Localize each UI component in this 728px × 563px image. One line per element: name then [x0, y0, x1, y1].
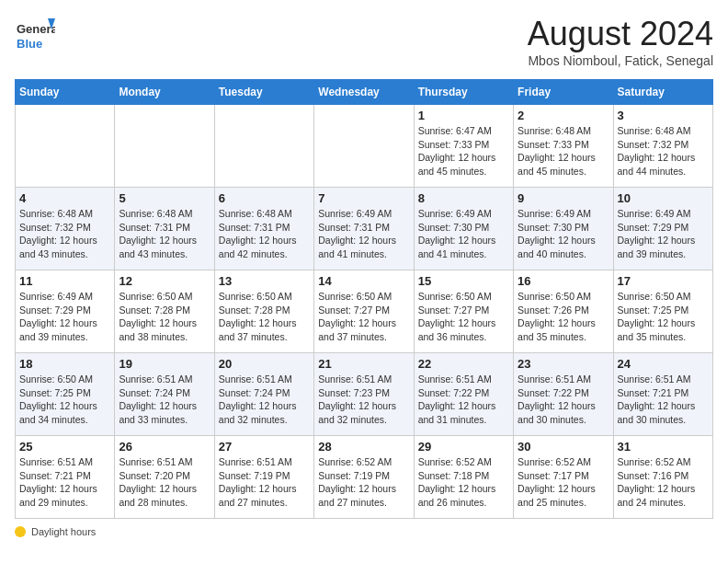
calendar-week-row: 1Sunrise: 6:47 AM Sunset: 7:33 PM Daylig…	[16, 105, 713, 188]
day-number: 29	[418, 440, 509, 454]
daylight-hours-label: Daylight hours	[31, 526, 96, 537]
day-number: 30	[518, 440, 609, 454]
day-info: Sunrise: 6:50 AM Sunset: 7:28 PM Dayligh…	[119, 290, 210, 344]
page-header: General Blue August 2024 Mbos Niomboul, …	[15, 15, 713, 68]
svg-text:Blue: Blue	[17, 37, 42, 51]
day-info: Sunrise: 6:48 AM Sunset: 7:32 PM Dayligh…	[618, 124, 709, 178]
day-info: Sunrise: 6:52 AM Sunset: 7:18 PM Dayligh…	[418, 455, 509, 510]
calendar-week-row: 4Sunrise: 6:48 AM Sunset: 7:32 PM Daylig…	[16, 188, 713, 270]
day-number: 24	[618, 357, 709, 371]
day-number: 12	[119, 274, 210, 288]
day-number: 21	[318, 357, 409, 371]
day-info: Sunrise: 6:47 AM Sunset: 7:33 PM Dayligh…	[418, 124, 509, 178]
calendar-cell: 7Sunrise: 6:49 AM Sunset: 7:31 PM Daylig…	[314, 188, 414, 270]
daylight-hours-note: Daylight hours	[15, 526, 713, 537]
day-info: Sunrise: 6:49 AM Sunset: 7:30 PM Dayligh…	[518, 207, 609, 261]
day-info: Sunrise: 6:51 AM Sunset: 7:21 PM Dayligh…	[618, 373, 709, 427]
calendar-cell: 4Sunrise: 6:48 AM Sunset: 7:32 PM Daylig…	[16, 188, 115, 270]
day-number: 9	[518, 191, 609, 205]
day-number: 15	[418, 274, 509, 288]
day-info: Sunrise: 6:51 AM Sunset: 7:24 PM Dayligh…	[119, 373, 210, 427]
day-number: 11	[19, 274, 110, 288]
calendar-cell: 17Sunrise: 6:50 AM Sunset: 7:25 PM Dayli…	[613, 270, 712, 353]
logo-svg: General Blue	[15, 15, 55, 55]
calendar-cell: 29Sunrise: 6:52 AM Sunset: 7:18 PM Dayli…	[414, 436, 513, 519]
day-info: Sunrise: 6:52 AM Sunset: 7:16 PM Dayligh…	[618, 455, 709, 510]
calendar-cell: 6Sunrise: 6:48 AM Sunset: 7:31 PM Daylig…	[214, 188, 313, 270]
column-header-wednesday: Wednesday	[314, 80, 414, 105]
calendar-cell: 10Sunrise: 6:49 AM Sunset: 7:29 PM Dayli…	[613, 188, 712, 270]
day-info: Sunrise: 6:51 AM Sunset: 7:20 PM Dayligh…	[119, 455, 210, 510]
location-label: Mbos Niomboul, Fatick, Senegal	[528, 53, 713, 68]
day-info: Sunrise: 6:52 AM Sunset: 7:17 PM Dayligh…	[518, 455, 609, 510]
day-number: 28	[318, 440, 409, 454]
day-info: Sunrise: 6:50 AM Sunset: 7:25 PM Dayligh…	[19, 373, 110, 427]
calendar-cell: 12Sunrise: 6:50 AM Sunset: 7:28 PM Dayli…	[115, 270, 214, 353]
logo: General Blue	[15, 15, 55, 55]
day-info: Sunrise: 6:50 AM Sunset: 7:25 PM Dayligh…	[618, 290, 709, 344]
calendar-cell: 15Sunrise: 6:50 AM Sunset: 7:27 PM Dayli…	[414, 270, 513, 353]
day-info: Sunrise: 6:51 AM Sunset: 7:21 PM Dayligh…	[19, 455, 110, 510]
day-number: 7	[318, 191, 409, 205]
day-info: Sunrise: 6:48 AM Sunset: 7:31 PM Dayligh…	[219, 207, 310, 261]
day-info: Sunrise: 6:51 AM Sunset: 7:22 PM Dayligh…	[418, 373, 509, 427]
day-info: Sunrise: 6:49 AM Sunset: 7:31 PM Dayligh…	[318, 207, 409, 261]
day-number: 31	[618, 440, 709, 454]
day-info: Sunrise: 6:50 AM Sunset: 7:26 PM Dayligh…	[518, 290, 609, 344]
day-number: 6	[219, 191, 310, 205]
calendar-table: SundayMondayTuesdayWednesdayThursdayFrid…	[15, 79, 713, 519]
day-info: Sunrise: 6:48 AM Sunset: 7:31 PM Dayligh…	[119, 207, 210, 261]
calendar-cell: 3Sunrise: 6:48 AM Sunset: 7:32 PM Daylig…	[613, 105, 712, 188]
day-info: Sunrise: 6:48 AM Sunset: 7:32 PM Dayligh…	[19, 207, 110, 261]
calendar-cell: 23Sunrise: 6:51 AM Sunset: 7:22 PM Dayli…	[514, 353, 613, 436]
day-number: 19	[119, 357, 210, 371]
day-number: 1	[418, 109, 509, 122]
day-number: 3	[618, 109, 709, 122]
calendar-cell: 30Sunrise: 6:52 AM Sunset: 7:17 PM Dayli…	[514, 436, 613, 519]
calendar-footer: Daylight hours	[15, 526, 713, 537]
calendar-cell: 8Sunrise: 6:49 AM Sunset: 7:30 PM Daylig…	[414, 188, 513, 270]
day-info: Sunrise: 6:51 AM Sunset: 7:22 PM Dayligh…	[518, 373, 609, 427]
day-number: 4	[19, 191, 110, 205]
day-number: 26	[119, 440, 210, 454]
day-number: 14	[318, 274, 409, 288]
day-number: 17	[618, 274, 709, 288]
calendar-cell: 2Sunrise: 6:48 AM Sunset: 7:33 PM Daylig…	[514, 105, 613, 188]
day-number: 22	[418, 357, 509, 371]
sun-icon	[15, 526, 26, 537]
column-header-saturday: Saturday	[613, 80, 712, 105]
calendar-cell	[115, 105, 214, 188]
column-header-monday: Monday	[115, 80, 214, 105]
calendar-cell: 1Sunrise: 6:47 AM Sunset: 7:33 PM Daylig…	[414, 105, 513, 188]
calendar-cell: 27Sunrise: 6:51 AM Sunset: 7:19 PM Dayli…	[214, 436, 313, 519]
calendar-week-row: 25Sunrise: 6:51 AM Sunset: 7:21 PM Dayli…	[16, 436, 713, 519]
calendar-week-row: 18Sunrise: 6:50 AM Sunset: 7:25 PM Dayli…	[16, 353, 713, 436]
column-header-thursday: Thursday	[414, 80, 513, 105]
calendar-cell: 25Sunrise: 6:51 AM Sunset: 7:21 PM Dayli…	[16, 436, 115, 519]
day-number: 23	[518, 357, 609, 371]
calendar-header-row: SundayMondayTuesdayWednesdayThursdayFrid…	[16, 80, 713, 105]
calendar-cell	[16, 105, 115, 188]
day-info: Sunrise: 6:51 AM Sunset: 7:24 PM Dayligh…	[219, 373, 310, 427]
day-info: Sunrise: 6:49 AM Sunset: 7:29 PM Dayligh…	[19, 290, 110, 344]
day-number: 10	[618, 191, 709, 205]
column-header-sunday: Sunday	[16, 80, 115, 105]
calendar-cell: 22Sunrise: 6:51 AM Sunset: 7:22 PM Dayli…	[414, 353, 513, 436]
day-info: Sunrise: 6:50 AM Sunset: 7:27 PM Dayligh…	[318, 290, 409, 344]
day-info: Sunrise: 6:51 AM Sunset: 7:23 PM Dayligh…	[318, 373, 409, 427]
day-number: 27	[219, 440, 310, 454]
day-info: Sunrise: 6:48 AM Sunset: 7:33 PM Dayligh…	[518, 124, 609, 178]
calendar-cell: 31Sunrise: 6:52 AM Sunset: 7:16 PM Dayli…	[613, 436, 712, 519]
calendar-cell	[214, 105, 313, 188]
day-info: Sunrise: 6:50 AM Sunset: 7:27 PM Dayligh…	[418, 290, 509, 344]
day-number: 16	[518, 274, 609, 288]
day-info: Sunrise: 6:52 AM Sunset: 7:19 PM Dayligh…	[318, 455, 409, 510]
svg-text:General: General	[17, 22, 55, 36]
calendar-cell: 19Sunrise: 6:51 AM Sunset: 7:24 PM Dayli…	[115, 353, 214, 436]
column-header-tuesday: Tuesday	[214, 80, 313, 105]
calendar-cell: 24Sunrise: 6:51 AM Sunset: 7:21 PM Dayli…	[613, 353, 712, 436]
day-number: 20	[219, 357, 310, 371]
day-number: 8	[418, 191, 509, 205]
calendar-cell: 11Sunrise: 6:49 AM Sunset: 7:29 PM Dayli…	[16, 270, 115, 353]
day-number: 5	[119, 191, 210, 205]
